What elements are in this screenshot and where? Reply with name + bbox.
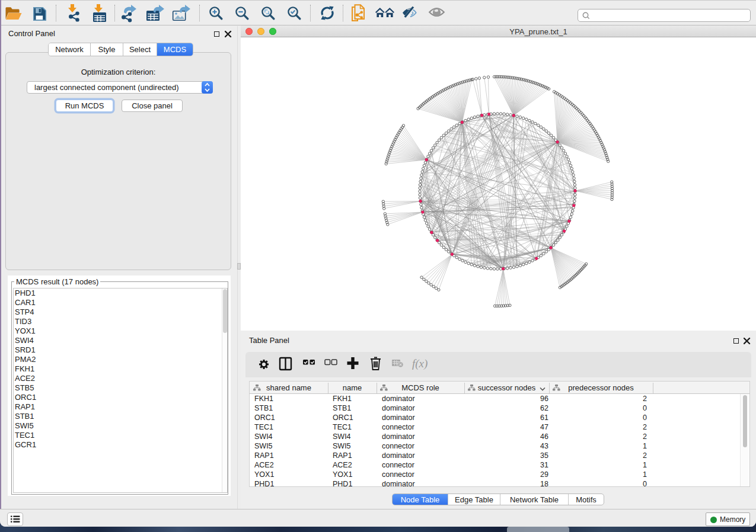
svg-text:f(x): f(x)	[412, 357, 428, 370]
